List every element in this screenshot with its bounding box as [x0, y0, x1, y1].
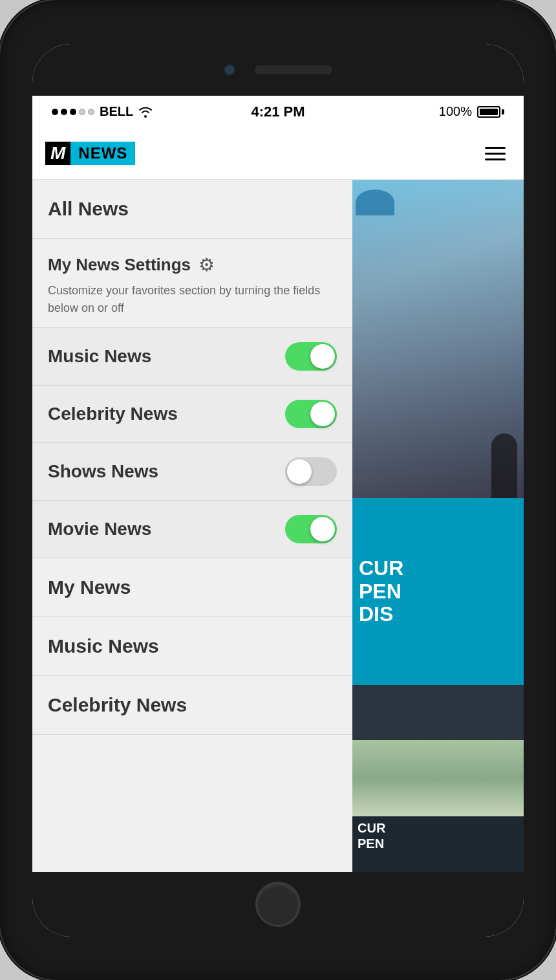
toggle-switch-movie-news[interactable] — [285, 515, 337, 543]
toggle-knob-celebrity-news — [310, 402, 335, 426]
overlay-line-2: pen — [359, 580, 403, 603]
toggle-switch-music-news[interactable] — [285, 342, 337, 371]
toggle-row-music-news: Music News — [32, 328, 352, 386]
toggle-row-shows-news: Shows News — [32, 443, 352, 501]
all-news-item[interactable]: All News — [32, 180, 352, 239]
signal-dot-2 — [61, 109, 67, 115]
battery-icon — [477, 106, 504, 118]
image-outdoor — [352, 180, 524, 498]
mtv-news-background: NEWS — [70, 142, 135, 165]
battery-fill — [480, 109, 498, 115]
toggle-knob-shows-news — [287, 459, 312, 484]
hamburger-line-1 — [485, 147, 506, 149]
overlay-line-1: Cur — [359, 557, 403, 580]
toggle-label-celebrity-news: Celebrity News — [48, 404, 178, 424]
overlay-text: Cur pen dis — [359, 557, 403, 626]
image-bottom-section: Cur pen — [352, 740, 524, 871]
phone-bottom-bar — [32, 872, 524, 937]
image-dark-bottom: Cur pen — [352, 816, 524, 871]
toggle-section: Music News Celebrity News Shows News — [32, 328, 352, 558]
speaker-grille — [255, 65, 332, 74]
image-landscape — [352, 740, 524, 816]
bottom-overlay-text: Cur pen — [358, 820, 385, 851]
home-button[interactable] — [255, 882, 301, 927]
settings-description: Customize your favorites section by turn… — [48, 282, 337, 317]
gear-icon: ⚙ — [198, 254, 215, 276]
toggle-label-shows-news: Shows News — [48, 461, 158, 482]
mtv-news-label: NEWS — [78, 144, 127, 162]
signal-dot-1 — [52, 109, 58, 115]
status-time: 4:21 PM — [251, 103, 305, 120]
battery-percent: 100% — [439, 104, 472, 119]
wifi-icon — [138, 106, 153, 118]
my-news-label: My News — [48, 576, 131, 598]
toggle-row-celebrity-news: Celebrity News — [32, 386, 352, 443]
settings-title-row: My News Settings ⚙ — [48, 254, 337, 276]
signal-strength — [52, 109, 94, 115]
bottom-text-line-2: pen — [358, 836, 385, 851]
image-cyan-overlay: Cur pen dis — [352, 498, 524, 685]
toggle-switch-celebrity-news[interactable] — [285, 400, 337, 428]
status-bar: BELL 4:21 PM 100% — [32, 96, 524, 128]
hamburger-button[interactable] — [480, 142, 511, 166]
hamburger-line-3 — [485, 158, 506, 160]
toggle-row-movie-news: Movie News — [32, 501, 352, 558]
toggle-switch-shows-news[interactable] — [285, 457, 337, 486]
camera-bar — [32, 44, 524, 96]
music-news-sub-label: Music News — [48, 635, 159, 657]
app-header: M NEWS — [32, 128, 524, 180]
celebrity-news-sub-label: Celebrity News — [48, 694, 187, 715]
toggle-label-music-news: Music News — [48, 346, 151, 367]
carrier-name: BELL — [100, 104, 133, 119]
hamburger-line-2 — [485, 153, 506, 155]
status-right: 100% — [439, 104, 504, 119]
menu-item-celebrity-news-sub[interactable]: Celebrity News — [32, 676, 352, 735]
image-panel: Cur pen dis Cur pen — [352, 180, 524, 872]
bottom-text-line-1: Cur — [358, 820, 385, 836]
settings-title: My News Settings — [48, 255, 191, 275]
signal-dot-3 — [70, 109, 76, 115]
menu-panel: All News My News Settings ⚙ Customize yo… — [32, 180, 352, 872]
menu-item-music-news-sub[interactable]: Music News — [32, 617, 352, 676]
overlay-line-3: dis — [359, 603, 403, 626]
camera-dot — [224, 64, 235, 76]
my-news-section[interactable]: My News — [32, 558, 352, 617]
all-news-label: All News — [48, 198, 129, 219]
status-left: BELL — [52, 104, 153, 119]
image-dark-bar — [352, 685, 524, 741]
settings-section: My News Settings ⚙ Customize your favori… — [32, 239, 352, 328]
toggle-label-movie-news: Movie News — [48, 519, 151, 539]
battery-body — [477, 106, 500, 118]
mtv-m-letter: M — [45, 142, 70, 165]
phone-screen: BELL 4:21 PM 100% M — [32, 44, 524, 937]
toggle-knob-movie-news — [310, 517, 335, 541]
content-area: All News My News Settings ⚙ Customize yo… — [32, 180, 524, 872]
signal-dot-5 — [88, 109, 94, 115]
battery-tip — [502, 109, 504, 114]
person-silhouette — [491, 433, 517, 498]
toggle-knob-music-news — [310, 344, 335, 369]
phone-frame: BELL 4:21 PM 100% M — [0, 0, 556, 980]
mtv-logo: M NEWS — [45, 142, 135, 165]
signal-dot-4 — [79, 109, 85, 115]
